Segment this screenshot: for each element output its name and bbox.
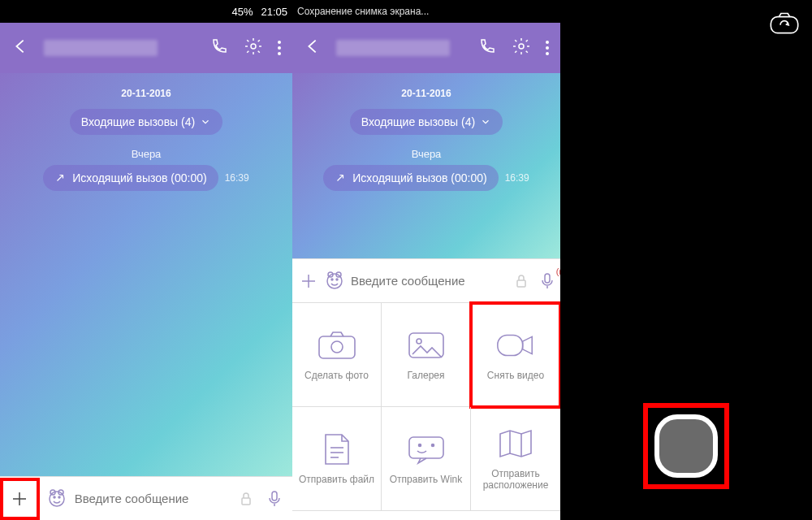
more-icon[interactable]: [546, 41, 549, 55]
message-input[interactable]: [75, 492, 229, 505]
screenshot-toast: Сохранение снимка экрана...: [297, 6, 429, 17]
lock-icon[interactable]: [235, 488, 257, 510]
switch-camera-icon[interactable]: [768, 11, 801, 39]
more-icon[interactable]: [278, 41, 281, 55]
back-icon[interactable]: [304, 37, 322, 58]
svg-point-9: [251, 44, 256, 49]
chevron-down-icon: [480, 116, 491, 128]
gear-icon[interactable]: [244, 37, 263, 59]
svg-point-19: [331, 279, 333, 280]
incoming-calls-pill[interactable]: Входящие вызовы (4): [350, 109, 503, 135]
svg-rect-16: [272, 492, 277, 500]
yesterday-label: Вчера: [0, 148, 292, 160]
call-out-icon: [335, 172, 346, 184]
outgoing-call-row[interactable]: Исходящий вызов (00:00): [323, 165, 498, 191]
clock: 21:05: [261, 6, 287, 18]
svg-rect-25: [319, 336, 355, 358]
svg-point-34: [418, 444, 421, 446]
sticker-icon[interactable]: [46, 488, 68, 510]
attach-highlight: [0, 478, 40, 520]
chat-header: [0, 23, 292, 73]
svg-point-18: [327, 274, 342, 288]
back-icon[interactable]: [11, 37, 29, 58]
shutter-button[interactable]: [654, 414, 718, 478]
phone-2: Сохранение снимка экрана... 20-11-2016 В…: [292, 0, 560, 520]
call-icon[interactable]: [209, 37, 229, 59]
call-out-icon: [54, 172, 66, 184]
attach-wink[interactable]: Отправить Wink: [382, 407, 471, 511]
mic-icon[interactable]: ((: [538, 270, 557, 292]
attach-file[interactable]: Отправить файл: [292, 407, 382, 511]
file-icon: [316, 433, 358, 466]
phone-3: [560, 0, 812, 520]
svg-rect-23: [517, 280, 525, 287]
attach-video[interactable]: Снять видео: [471, 303, 560, 407]
svg-rect-15: [242, 498, 250, 505]
attach-photo[interactable]: Сделать фото: [292, 303, 382, 407]
incoming-calls-pill[interactable]: Входящие вызовы (4): [70, 109, 222, 135]
lock-icon[interactable]: [512, 270, 531, 292]
svg-point-20: [336, 279, 338, 280]
map-icon: [495, 427, 537, 460]
gallery-icon: [405, 329, 447, 362]
input-bar: [0, 476, 292, 520]
phone-1: 1 45% 21:05 20-11-2016 Входящие вызовы (…: [0, 0, 292, 520]
chat-body: 20-11-2016 Входящие вызовы (4) Вчера Исх…: [0, 73, 292, 476]
svg-rect-29: [498, 335, 523, 355]
date-label: 20-11-2016: [292, 88, 560, 99]
sticker-icon[interactable]: [325, 270, 344, 292]
contact-name[interactable]: [336, 40, 463, 56]
svg-point-35: [431, 444, 434, 446]
input-bar: ((: [292, 258, 560, 302]
svg-point-26: [331, 341, 343, 353]
status-bar: Сохранение снимка экрана...: [292, 0, 560, 23]
svg-rect-36: [771, 17, 797, 33]
video-icon: [495, 329, 537, 362]
svg-point-11: [54, 496, 55, 498]
svg-point-12: [58, 496, 60, 498]
message-input[interactable]: [351, 274, 505, 288]
attachment-panel: Сделать фото Галерея Снять видео Отправи…: [292, 302, 560, 511]
mic-icon[interactable]: [264, 488, 286, 510]
svg-rect-24: [545, 274, 550, 283]
chat-header: [292, 23, 560, 73]
outgoing-call-row[interactable]: Исходящий вызов (00:00): [43, 165, 218, 191]
plus-icon[interactable]: [8, 488, 31, 510]
chat-body: 20-11-2016 Входящие вызовы (4) Вчера Исх…: [292, 73, 560, 258]
svg-point-28: [417, 339, 421, 344]
call-time: 16:39: [505, 172, 529, 184]
chevron-down-icon: [200, 116, 211, 128]
yesterday-label: Вчера: [292, 148, 560, 160]
shutter-highlight: [643, 403, 729, 489]
call-time: 16:39: [225, 172, 249, 184]
status-bar: 1 45% 21:05: [0, 0, 292, 23]
attach-location[interactable]: Отправить расположение: [471, 407, 560, 511]
contact-name[interactable]: [44, 40, 195, 56]
svg-point-17: [519, 44, 524, 49]
svg-rect-33: [409, 437, 443, 458]
gear-icon[interactable]: [512, 37, 531, 59]
plus-icon[interactable]: [299, 270, 318, 292]
wink-icon: [405, 433, 447, 466]
attach-gallery[interactable]: Галерея: [382, 303, 471, 407]
call-icon[interactable]: [477, 37, 497, 59]
date-label: 20-11-2016: [0, 88, 292, 99]
svg-point-10: [50, 492, 64, 506]
camera-icon: [316, 329, 358, 362]
battery-pct: 45%: [231, 6, 253, 18]
